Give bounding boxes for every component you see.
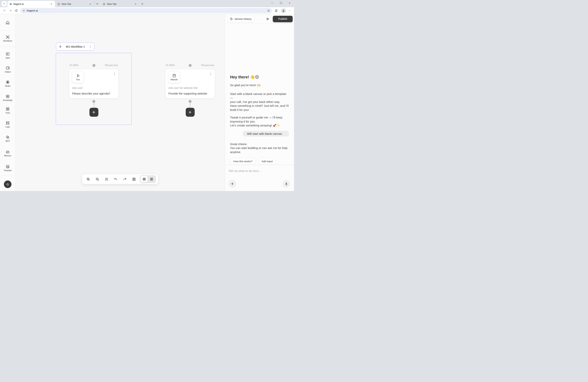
zoom-in-icon [86,177,90,181]
view-mode-columns[interactable] [148,176,155,182]
node-input-port[interactable] [189,64,191,67]
auto-layout-button[interactable] [130,175,138,183]
workflow-menu-icon[interactable]: ⋮ [89,45,92,48]
node-menu-icon[interactable]: ⋮ [113,72,116,76]
input-icon [5,52,10,56]
node-menu-icon[interactable]: ⋮ [209,72,212,76]
connector-line [94,103,94,108]
canvas-toolbar [82,174,158,184]
close-tab-icon[interactable]: × [134,2,137,6]
new-tab-button[interactable]: + [95,1,100,6]
add-node-button[interactable]: + [186,108,195,117]
sidebar-item-label: Model [5,85,10,87]
template-icon [5,164,10,169]
sidebar-item-input[interactable]: Input [0,52,15,59]
memory-icon [5,149,10,154]
run-workflow-button[interactable] [264,16,271,22]
assistant-message: Great choice. You can start building or … [230,142,289,154]
maximize-button[interactable] [276,0,285,6]
undo-button[interactable] [112,175,119,183]
close-tab-icon[interactable]: × [88,2,92,6]
browser-tab-newtab-2[interactable]: New Tab × [100,1,139,7]
sidebar-item-label: Knowledge [3,99,12,101]
node-output-port[interactable] [189,100,191,103]
nagent-favicon-icon: G [10,2,12,5]
redo-button[interactable] [121,175,128,183]
attach-button[interactable]: + [229,180,236,188]
play-icon [266,17,270,21]
node-id-label: ID: W#N# [166,64,175,67]
sidebar-item-mcp[interactable]: MCP [0,135,15,142]
zoom-out-button[interactable] [94,175,101,183]
node-header: ID: W#N# Title goes here [165,64,215,67]
browser-menu-button[interactable]: ⋮ [287,9,293,12]
node-type-label: Text [76,78,80,81]
columns-icon [150,177,154,181]
publish-button[interactable]: Publish [273,16,293,22]
history-clock-icon [230,17,233,21]
output-icon [5,66,10,70]
browser-tab-newtab-1[interactable]: New Tab × [55,1,94,7]
reload-icon [15,9,18,12]
close-tab-icon[interactable]: × [50,2,53,6]
assistant-header: Version History Publish [225,14,294,24]
tab-search-button[interactable] [1,1,7,6]
quick-actions: How this works? Add input [230,158,289,165]
node-tail: + [165,98,215,117]
play-icon[interactable] [59,45,62,48]
extensions-button[interactable] [273,8,279,13]
app-content: Workflows Input Output Model Knowledge [0,14,294,191]
sidebar-item-output[interactable]: Output [0,66,15,73]
mic-icon [284,182,288,186]
fit-view-button[interactable] [103,175,110,183]
address-bar[interactable]: Nagent.ai [20,8,272,13]
url-text: Nagent.ai [27,9,265,12]
view-mode-toggle [140,175,156,183]
sidebar-item-workflows[interactable]: Workflows [0,35,15,42]
back-button[interactable] [2,8,7,13]
add-input-button[interactable]: Add input [258,158,276,165]
node-card[interactable]: Website ⋮ Ask user for website link Prov… [165,69,215,98]
browser-tab-nagent[interactable]: G Nagent.ai × [7,1,55,7]
node-output-port[interactable] [92,100,95,103]
microphone-button[interactable] [282,180,290,188]
reload-button[interactable] [14,8,19,13]
zoom-in-button[interactable] [84,175,92,183]
bookmark-star-icon[interactable] [267,9,270,12]
minimize-button[interactable] [268,0,276,6]
sidebar-item-template[interactable]: Template [0,164,15,171]
tab-title: New Tab [107,3,132,5]
workflow-canvas[interactable]: W1-Workflow 1 ⋮ ID: W#N# Title goes here… [16,14,225,191]
node-card[interactable]: Text ⋮ Ask user Please describe your age… [69,69,119,98]
sidebar-item-memory[interactable]: Memory [0,149,15,157]
view-mode-graph[interactable] [141,176,148,182]
close-window-button[interactable]: × [285,0,294,6]
sidebar-item-logic[interactable]: Logic [0,121,15,128]
add-node-button[interactable]: + [89,108,98,117]
profile-avatar[interactable] [281,8,286,13]
user-avatar[interactable]: G [4,180,11,188]
sidebar-item-knowledge[interactable]: Knowledge [0,94,15,101]
sidebar-item-tools[interactable]: Tools [0,107,15,114]
node-prompt-value: Please describe your agenda? [72,92,110,95]
toolbar-right: ⋮ [273,8,293,13]
workflow-run-pill[interactable]: W1-Workflow 1 ⋮ [56,42,94,51]
fit-view-icon [105,177,108,181]
sidebar-item-model[interactable]: Model [0,80,15,87]
chat-input-area[interactable]: Tell me what to do here ... + [225,165,294,191]
forward-arrow-icon [9,9,12,12]
chat-history: Hey there! 👋😊 So glad you’re here! 🙌 Sta… [225,24,294,165]
sidebar-item-label: Memory [4,155,11,157]
forward-button[interactable] [8,8,13,13]
node-type-label: Website [170,78,178,81]
version-history-label: Version History [234,18,252,21]
new-tab-button-2[interactable]: + [140,1,145,6]
workflow-name: W1-Workflow 1 [64,45,86,48]
how-this-works-button[interactable]: How this works? [230,158,256,165]
sidebar-item-home[interactable] [0,21,15,25]
version-history-button[interactable]: Version History [228,16,254,22]
node-input-port[interactable] [92,64,95,67]
model-icon [5,80,10,85]
sidebar-item-label: Template [4,170,12,171]
node-title-label: Title goes here [105,64,118,67]
